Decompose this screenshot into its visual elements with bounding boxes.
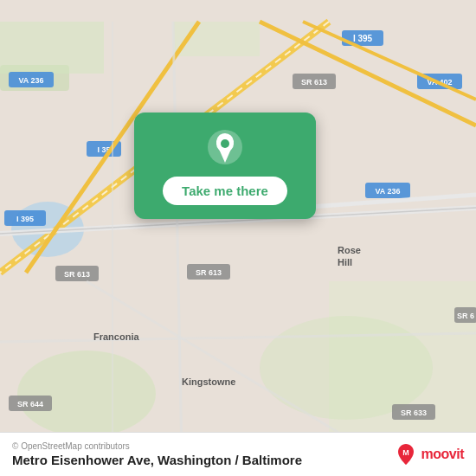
map-svg: I 395 I 35 I 395 VA 402 VA 236 VA 236 SR… <box>0 0 476 476</box>
location-card[interactable]: Take me there <box>134 113 316 219</box>
svg-text:SR 613: SR 613 <box>64 270 90 279</box>
attribution-text: © OpenStreetMap contributors <box>12 441 302 451</box>
svg-text:Kingstowne: Kingstowne <box>182 376 235 387</box>
svg-text:SR 644: SR 644 <box>17 400 43 408</box>
take-me-there-button[interactable]: Take me there <box>163 177 287 205</box>
svg-rect-2 <box>0 22 104 74</box>
moovit-brand-icon: M <box>394 442 418 466</box>
svg-text:Rose: Rose <box>338 245 361 255</box>
bottom-bar: © OpenStreetMap contributors Metro Eisen… <box>0 432 476 476</box>
location-pin-icon <box>206 128 244 166</box>
svg-text:VA 236: VA 236 <box>375 187 400 196</box>
svg-text:SR 6: SR 6 <box>457 312 474 320</box>
svg-text:VA 236: VA 236 <box>18 76 43 85</box>
svg-text:SR 633: SR 633 <box>401 408 427 417</box>
svg-text:M: M <box>402 448 409 457</box>
moovit-logo: M moovit <box>394 442 464 466</box>
svg-text:SR 613: SR 613 <box>301 78 327 87</box>
svg-point-50 <box>221 139 229 148</box>
map-container: I 395 I 35 I 395 VA 402 VA 236 VA 236 SR… <box>0 0 476 476</box>
location-name-text: Metro Eisenhower Ave, Washington / Balti… <box>12 453 302 467</box>
svg-point-5 <box>17 351 156 437</box>
svg-line-39 <box>173 22 182 454</box>
svg-text:Franconia: Franconia <box>93 331 139 342</box>
svg-text:Hill: Hill <box>338 257 352 267</box>
svg-text:I 395: I 395 <box>353 34 373 43</box>
svg-text:I 395: I 395 <box>16 215 34 223</box>
bottom-info: © OpenStreetMap contributors Metro Eisen… <box>12 441 302 467</box>
svg-text:SR 613: SR 613 <box>196 268 222 277</box>
moovit-brand-text: moovit <box>421 447 464 462</box>
